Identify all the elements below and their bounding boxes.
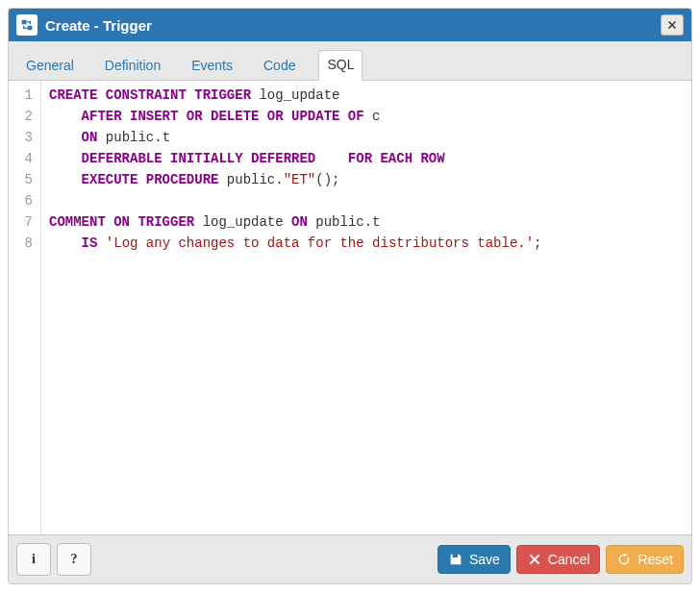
code-line: AFTER INSERT OR DELETE OR UPDATE OF c <box>49 106 684 127</box>
line-number: 1 <box>9 85 33 106</box>
help-button[interactable]: ? <box>57 543 91 576</box>
tab-sql[interactable]: SQL <box>318 50 362 81</box>
close-button[interactable] <box>661 14 684 36</box>
line-number: 4 <box>9 148 33 169</box>
line-number: 3 <box>9 127 33 148</box>
line-number: 6 <box>9 190 33 211</box>
code-line: CREATE CONSTRAINT TRIGGER log_update <box>49 85 684 106</box>
save-label: Save <box>469 552 500 567</box>
tab-definition[interactable]: Definition <box>97 52 168 81</box>
sql-editor[interactable]: 12345678 CREATE CONSTRAINT TRIGGER log_u… <box>9 81 691 534</box>
save-icon <box>448 552 463 567</box>
code-line: ON public.t <box>49 127 684 148</box>
cancel-button[interactable]: Cancel <box>516 545 601 574</box>
line-gutter: 12345678 <box>9 81 41 534</box>
titlebar: Create - Trigger <box>9 9 691 41</box>
cancel-label: Cancel <box>548 552 590 567</box>
tab-code[interactable]: Code <box>256 52 303 81</box>
close-icon <box>666 19 678 31</box>
code-line: DEFERRABLE INITIALLY DEFERRED FOR EACH R… <box>49 148 684 169</box>
line-number: 8 <box>9 233 33 254</box>
reset-button[interactable]: Reset <box>606 545 684 574</box>
cancel-icon <box>527 552 542 567</box>
tab-events[interactable]: Events <box>184 52 240 81</box>
code-line: EXECUTE PROCEDURE public."ET"(); <box>49 169 684 190</box>
dialog-footer: i ? Save Cancel Reset <box>9 534 691 583</box>
line-number: 7 <box>9 211 33 233</box>
code-line: IS 'Log any changes to data for the dist… <box>49 233 684 254</box>
tabs: General Definition Events Code SQL <box>9 41 691 81</box>
line-number: 2 <box>9 106 33 127</box>
code-line <box>49 190 684 211</box>
code-line: COMMENT ON TRIGGER log_update ON public.… <box>49 211 684 233</box>
tab-general[interactable]: General <box>18 52 82 81</box>
reset-icon <box>616 552 632 567</box>
create-trigger-dialog: Create - Trigger General Definition Even… <box>8 8 692 584</box>
info-button[interactable]: i <box>16 543 51 576</box>
reset-label: Reset <box>638 552 673 567</box>
save-button[interactable]: Save <box>438 545 511 574</box>
line-number: 5 <box>9 169 33 190</box>
trigger-icon <box>16 14 38 36</box>
dialog-title: Create - Trigger <box>45 17 152 34</box>
code-area[interactable]: CREATE CONSTRAINT TRIGGER log_update AFT… <box>41 81 691 534</box>
